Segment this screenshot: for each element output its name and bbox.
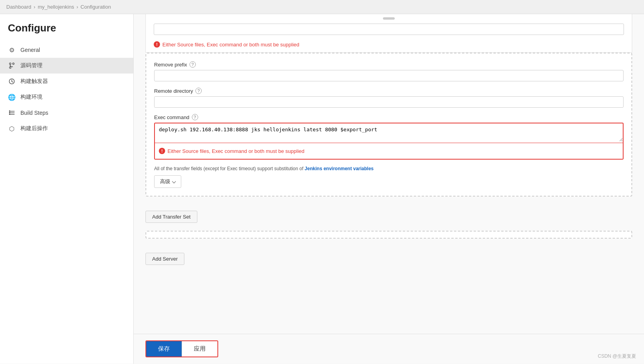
- sidebar-item-source[interactable]: 源码管理: [0, 58, 133, 74]
- exec-command-group: Exec command ? ! Either Source files, Ex…: [154, 114, 624, 160]
- apply-button[interactable]: 应用: [182, 341, 217, 357]
- save-button[interactable]: 保存: [146, 341, 182, 357]
- error-msg-exec: ! Either Source files, Exec command or b…: [159, 148, 619, 154]
- add-server-label: Add Server: [152, 256, 178, 262]
- transfer-section: Remove prefix ? Remote directory ?: [145, 53, 632, 197]
- exec-command-input[interactable]: [155, 123, 623, 142]
- advanced-button[interactable]: 高级: [154, 175, 181, 188]
- svg-rect-11: [9, 112, 10, 113]
- remote-directory-help-icon[interactable]: ?: [195, 88, 202, 94]
- form-actions: 保存 应用: [145, 340, 218, 357]
- sidebar-item-general[interactable]: ⚙ General: [0, 42, 133, 58]
- chevron-down-icon: [172, 179, 176, 183]
- remote-directory-group: Remote directory ?: [154, 88, 624, 108]
- sidebar-item-label: Build Steps: [20, 110, 48, 116]
- clock-icon: [8, 77, 16, 85]
- info-prefix: All of the transfer fields (except for E…: [154, 166, 305, 171]
- globe-icon: 🌐: [8, 93, 16, 101]
- sidebar-item-env[interactable]: 🌐 构建环境: [0, 89, 133, 105]
- svg-point-1: [13, 63, 14, 64]
- add-transfer-set-label: Add Transfer Set: [152, 214, 191, 220]
- add-transfer-set-button[interactable]: Add Transfer Set: [145, 211, 197, 223]
- bottom-bar: 保存 应用 CSDN @生夏复夏: [134, 334, 644, 364]
- error-msg-source: ! Either Source files, Exec command or b…: [154, 41, 624, 48]
- svg-line-6: [12, 82, 13, 83]
- source-files-input[interactable]: [154, 24, 624, 35]
- sidebar-item-label: General: [20, 47, 40, 53]
- advanced-label: 高级: [160, 178, 170, 185]
- breadcrumb-sep2: ›: [76, 4, 78, 10]
- breadcrumb-dashboard[interactable]: Dashboard: [6, 4, 31, 10]
- svg-rect-10: [9, 110, 10, 112]
- gear-icon: ⚙: [8, 46, 16, 54]
- svg-rect-12: [9, 114, 10, 115]
- exec-command-help-icon[interactable]: ?: [192, 114, 198, 120]
- remove-prefix-help-icon[interactable]: ?: [190, 61, 196, 68]
- breadcrumb: Dashboard › my_hellojenkins › Configurat…: [0, 0, 644, 14]
- sidebar-item-post-build[interactable]: ⬡ 构建后操作: [0, 121, 133, 136]
- error-icon-2: !: [159, 148, 165, 154]
- remote-directory-input[interactable]: [154, 96, 624, 108]
- svg-point-0: [9, 63, 11, 64]
- sidebar-item-label: 源码管理: [20, 62, 42, 69]
- fork-icon: [8, 62, 16, 70]
- exec-command-label: Exec command: [154, 114, 190, 120]
- remove-prefix-group: Remove prefix ?: [154, 61, 624, 81]
- info-text: All of the transfer fields (except for E…: [154, 166, 624, 171]
- sidebar-item-label: 构建后操作: [20, 125, 48, 132]
- breadcrumb-sep1: ›: [34, 4, 35, 10]
- error-text-2: Either Source files, Exec command or bot…: [167, 148, 304, 154]
- breadcrumb-project[interactable]: my_hellojenkins: [38, 4, 74, 10]
- sidebar: Configure ⚙ General 源码管理: [0, 14, 134, 364]
- sidebar-item-trigger[interactable]: 构建触发器: [0, 74, 133, 89]
- sidebar-item-build-steps[interactable]: Build Steps: [0, 105, 133, 121]
- svg-point-2: [9, 67, 11, 68]
- sidebar-item-label: 构建触发器: [20, 78, 48, 85]
- page-title: Configure: [0, 22, 133, 42]
- jenkins-env-link[interactable]: Jenkins environment variables: [305, 166, 374, 171]
- remove-prefix-label: Remove prefix: [154, 62, 187, 68]
- error-text-1: Either Source files, Exec command or bot…: [162, 42, 299, 48]
- error-icon-1: !: [154, 41, 160, 48]
- remote-directory-label: Remote directory: [154, 88, 193, 94]
- cube-icon: ⬡: [8, 125, 16, 132]
- add-server-button[interactable]: Add Server: [145, 253, 184, 265]
- breadcrumb-page: Configuration: [81, 4, 111, 10]
- watermark: CSDN @生夏复夏: [598, 353, 636, 360]
- exec-error-section: ! Either Source files, Exec command or b…: [155, 143, 623, 159]
- source-files-group: [154, 24, 624, 35]
- sidebar-item-label: 构建环境: [20, 94, 42, 101]
- exec-command-wrapper: ! Either Source files, Exec command or b…: [154, 123, 624, 160]
- list-icon: [8, 109, 16, 117]
- remove-prefix-input[interactable]: [154, 70, 624, 81]
